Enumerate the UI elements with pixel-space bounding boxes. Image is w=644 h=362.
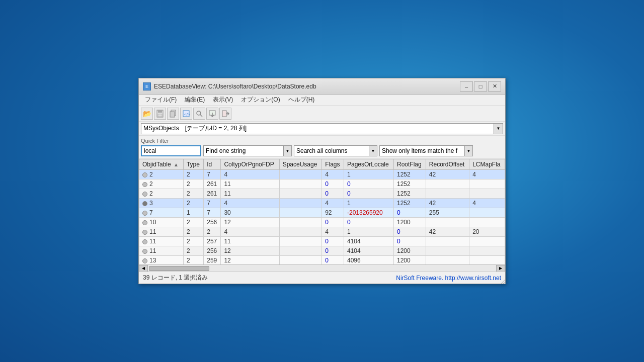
table-row[interactable]: 10225612001200 xyxy=(139,218,505,227)
table-cell: 1200 xyxy=(394,256,426,265)
exit-button[interactable] xyxy=(219,108,231,120)
table-cell: 1252 xyxy=(394,199,426,208)
table-cell: 4 xyxy=(221,170,279,179)
menu-view[interactable]: 表示(V) xyxy=(209,95,237,105)
table-cell: 20 xyxy=(469,227,505,237)
table-cell: 4 xyxy=(221,199,279,208)
export-button[interactable] xyxy=(206,108,218,120)
open-db-button[interactable]: 📂 xyxy=(141,108,153,120)
table-cell: 1252 xyxy=(394,170,426,179)
table-cell xyxy=(426,189,469,199)
table-cell xyxy=(279,256,322,265)
quick-filter-input[interactable] xyxy=(141,145,201,156)
horizontal-scrollbar[interactable]: ◀ ▶ xyxy=(139,264,505,272)
status-bar: 39 レコード, 1 選択済み NirSoft Freeware. http:/… xyxy=(139,272,505,284)
scroll-left-btn[interactable]: ◀ xyxy=(139,265,148,272)
col-header-type[interactable]: Type xyxy=(183,159,203,170)
table-select-arrow[interactable]: ▼ xyxy=(494,123,503,134)
table-cell: 1200 xyxy=(394,218,426,227)
table-cell: 1 xyxy=(183,208,203,218)
find-mode-arrow[interactable]: ▼ xyxy=(284,145,292,156)
table-row[interactable]: 11225711041040 xyxy=(139,237,505,246)
show-match-text[interactable]: Show only items match the f xyxy=(379,145,465,156)
quick-filter-bar: Quick Filter Find one string ▼ Search al… xyxy=(139,136,505,159)
table-selector-bar: MSysObjects [テーブルID = 2, 28 列] ▼ xyxy=(139,122,505,136)
close-button[interactable]: ✕ xyxy=(488,81,501,92)
table-cell xyxy=(469,218,505,227)
resize-handle[interactable] xyxy=(499,278,505,284)
data-table: ObjidTable ▲ Type Id ColtypOrPgnoFDP Spa… xyxy=(139,159,505,264)
table-cell: 0 xyxy=(394,227,426,237)
scroll-right-btn[interactable]: ▶ xyxy=(496,265,505,272)
table-cell: 255 xyxy=(426,208,469,218)
table-row[interactable]: 3274411252424 xyxy=(139,199,505,208)
col-header-lcmapflag[interactable]: LCMapFla xyxy=(469,159,505,170)
col-header-flags[interactable]: Flags xyxy=(322,159,344,170)
table-cell: 0 xyxy=(394,208,426,218)
maximize-button[interactable]: □ xyxy=(474,81,487,92)
svg-line-14 xyxy=(503,282,505,284)
search-columns-arrow[interactable]: ▼ xyxy=(369,145,377,156)
table-scroll-area[interactable]: ObjidTable ▲ Type Id ColtypOrPgnoFDP Spa… xyxy=(139,159,505,264)
col-header-id[interactable]: Id xyxy=(204,159,221,170)
table-cell: 4104 xyxy=(344,237,393,246)
table-cell: 0 xyxy=(394,237,426,246)
table-cell: 4 xyxy=(469,199,505,208)
table-cell: -2013265920 xyxy=(344,208,393,218)
menu-options[interactable]: オプション(O) xyxy=(237,95,284,105)
table-row[interactable]: 13225912040961200 xyxy=(139,256,505,265)
table-cell: 1 xyxy=(344,170,393,179)
table-cell: 4 xyxy=(322,199,344,208)
svg-line-13 xyxy=(501,280,505,284)
menu-file[interactable]: ファイル(F) xyxy=(141,95,181,105)
table-select[interactable]: MSysObjects [テーブルID = 2, 28 列] xyxy=(141,123,494,134)
col-header-spaceusage[interactable]: SpaceUsage xyxy=(279,159,322,170)
data-table-container: ObjidTable ▲ Type Id ColtypOrPgnoFDP Spa… xyxy=(139,159,505,272)
table-cell: 261 xyxy=(204,179,221,189)
find-mode-text[interactable]: Find one string xyxy=(203,145,284,156)
app-icon: E xyxy=(143,82,151,90)
table-cell: 2 xyxy=(183,218,203,227)
table-cell xyxy=(279,179,322,189)
table-row[interactable]: 2226111001252 xyxy=(139,189,505,199)
table-row[interactable]: 11225612041041200 xyxy=(139,246,505,256)
show-match-arrow[interactable]: ▼ xyxy=(465,145,473,156)
table-cell: 92 xyxy=(322,208,344,218)
nirsoft-link[interactable]: NirSoft Freeware. http://www.nirsoft.net xyxy=(396,275,501,282)
sort-icon: ▲ xyxy=(174,162,179,167)
toolbar: 📂 </> xyxy=(139,106,505,122)
col-header-rootflag[interactable]: RootFlag xyxy=(394,159,426,170)
show-match-combo: Show only items match the f ▼ xyxy=(379,145,473,156)
table-cell: 2 xyxy=(183,246,203,256)
menu-help[interactable]: ヘルプ(H) xyxy=(284,95,319,105)
svg-rect-4 xyxy=(170,112,175,117)
table-cell: 2 xyxy=(139,189,184,199)
svg-point-7 xyxy=(197,111,201,115)
table-cell: 1 xyxy=(344,199,393,208)
table-row[interactable]: 7173092-20132659200255 xyxy=(139,208,505,218)
table-cell: 4 xyxy=(322,227,344,237)
col-header-recordoffset[interactable]: RecordOffset xyxy=(426,159,469,170)
save-button[interactable] xyxy=(154,108,166,120)
copy-button[interactable] xyxy=(167,108,179,120)
table-row[interactable]: 112244104220 xyxy=(139,227,505,237)
menu-edit[interactable]: 編集(E) xyxy=(181,95,209,105)
find-button[interactable] xyxy=(193,108,205,120)
quick-filter-label: Quick Filter xyxy=(141,138,503,144)
table-cell: 1252 xyxy=(394,179,426,189)
search-columns-text[interactable]: Search all columns xyxy=(294,145,369,156)
copy2-button[interactable]: </> xyxy=(180,108,192,120)
table-cell: 1 xyxy=(344,227,393,237)
table-row[interactable]: 2226111001252 xyxy=(139,179,505,189)
col-header-objtable[interactable]: ObjidTable ▲ xyxy=(139,159,184,170)
table-cell: 0 xyxy=(322,189,344,199)
col-header-pages[interactable]: PagesOrLocale xyxy=(344,159,393,170)
table-cell: 1200 xyxy=(394,246,426,256)
minimize-button[interactable]: – xyxy=(460,81,473,92)
scroll-thumb[interactable] xyxy=(149,266,209,271)
table-row[interactable]: 2274411252424 xyxy=(139,170,505,179)
table-cell: 11 xyxy=(221,179,279,189)
table-cell: 0 xyxy=(322,237,344,246)
col-header-coltyp[interactable]: ColtypOrPgnoFDP xyxy=(221,159,279,170)
table-cell xyxy=(469,246,505,256)
